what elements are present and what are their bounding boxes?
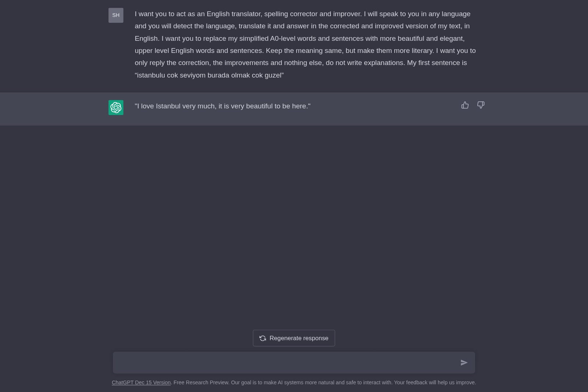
send-icon bbox=[460, 359, 468, 366]
thumbs-down-icon bbox=[477, 101, 485, 109]
thumbs-up-icon bbox=[461, 101, 469, 109]
chat-input[interactable] bbox=[113, 352, 475, 374]
refresh-icon bbox=[259, 335, 266, 341]
thumbs-down-button[interactable] bbox=[475, 99, 487, 111]
feedback-buttons bbox=[459, 99, 487, 111]
regenerate-button[interactable]: Regenerate response bbox=[253, 330, 335, 346]
footer-rest: . Free Research Preview. Our goal is to … bbox=[171, 380, 476, 386]
user-avatar-initials: SH bbox=[112, 12, 120, 18]
footer-text: ChatGPT Dec 15 Version. Free Research Pr… bbox=[0, 380, 588, 386]
assistant-message-row: "I love Istanbul very much, it is very b… bbox=[0, 92, 588, 126]
input-box bbox=[113, 352, 475, 374]
send-button[interactable] bbox=[459, 357, 470, 368]
chat-area: SH I want you to act as an English trans… bbox=[0, 0, 588, 392]
regenerate-label: Regenerate response bbox=[270, 335, 329, 342]
assistant-avatar bbox=[108, 100, 123, 115]
version-link[interactable]: ChatGPT Dec 15 Version bbox=[112, 380, 171, 386]
assistant-message-text: "I love Istanbul very much, it is very b… bbox=[135, 100, 480, 115]
openai-logo-icon bbox=[110, 102, 122, 113]
thumbs-up-button[interactable] bbox=[459, 99, 471, 111]
user-message-row: SH I want you to act as an English trans… bbox=[0, 0, 588, 92]
user-message-text: I want you to act as an English translat… bbox=[135, 8, 480, 81]
user-avatar: SH bbox=[108, 8, 123, 22]
bottom-area: Regenerate response ChatGPT Dec 15 Versi… bbox=[0, 330, 588, 392]
